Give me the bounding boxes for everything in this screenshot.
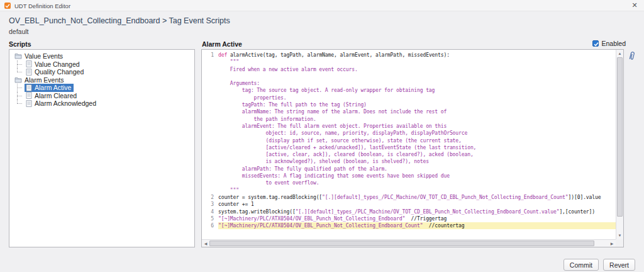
titlebar: UDT Definition Editor ✕ [0,0,644,11]
code-line[interactable]: 5"[~]Machinery/PLC/ATX0504/OV_EBL_Punch_… [202,215,616,222]
tree-connector [17,99,25,108]
scrollbar-corner [616,239,623,247]
revert-button[interactable]: Revert [603,259,635,271]
code-line[interactable] [202,73,616,80]
code-text: """ [218,187,616,194]
code-line[interactable]: [active, clear, ack]), cleared (boolean,… [202,151,616,158]
tree-item-alarm-acknowledged[interactable]: Alarm Acknowledged [9,99,194,108]
line-number [202,73,218,80]
scripts-tree[interactable]: Value EventsValue ChangedQuality Changed… [9,49,195,247]
code-line[interactable]: 3counter += 1 [202,201,616,208]
code-text [218,73,616,80]
enabled-label: Enabled [601,40,626,47]
close-button[interactable]: ✕ [630,1,639,9]
code-text: tagPath: The full path to the tag (Strin… [218,101,616,108]
tree-item-alarm-active[interactable]: Alarm Active [9,84,194,92]
tree-item-alarm-events[interactable]: Alarm Events [9,76,194,84]
tree-item-label: Value Events [25,52,63,60]
script-icon [26,60,32,67]
code-line[interactable]: """ [202,187,616,194]
line-number: 1 [202,52,218,59]
code-line[interactable]: """ [202,59,616,65]
code-line[interactable]: 2counter = system.tag.readBlocking(["[.]… [202,194,616,201]
line-number: 4 [202,208,218,215]
tree-item-value-events[interactable]: Value Events [9,52,194,60]
code-line[interactable]: tagPath: The full path to the tag (Strin… [202,101,616,108]
line-number [202,173,218,179]
line-number [202,144,218,151]
code-editor[interactable]: 1def alarmActive(tag, tagPath, alarmName… [201,49,624,247]
paperclip-icon[interactable] [627,50,637,62]
code-line[interactable]: 4system.tag.writeBlocking(["[.][default]… [202,208,616,215]
code-text: "[~]Machinery/PLC/ATX0504/OV_EBL_Punch_N… [218,215,616,222]
script-icon [26,92,32,99]
code-line[interactable]: properties. [202,94,616,101]
scroll-left-icon[interactable] [202,240,209,247]
code-line[interactable]: alarmEvent: The full alarm event object.… [202,123,616,130]
tree-item-value-changed[interactable]: Value Changed [9,60,194,69]
line-number [202,66,218,73]
code-line[interactable]: to event overflow. [202,179,616,186]
code-text: alarmName: The string name of the alarm.… [218,108,616,115]
code-line[interactable]: Arguments: [202,80,616,87]
tree-item-quality-changed[interactable]: Quality Changed [9,68,194,76]
tree-item-label: Quality Changed [35,68,84,76]
folder-icon [14,77,22,83]
window-title: UDT Definition Editor [14,3,70,9]
code-line[interactable]: Fired when a new active alarm event occu… [202,66,616,73]
line-number [202,187,218,194]
code-line[interactable]: 6"[~]Machinery/PLC/ATX0504/OV_EBL_Punch_… [202,222,616,229]
code-line[interactable]: tag: The source tag object. A read-only … [202,87,616,94]
code-text: """ [218,59,616,65]
editor-panel-title: Alarm Active [202,40,242,48]
code-text: Fired when a new active alarm event occu… [218,66,616,73]
code-text: (display path if set, source otherwise),… [218,137,616,144]
code-line[interactable]: object: id, source, name, priority, disp… [202,130,616,137]
scroll-up-icon[interactable] [616,50,623,57]
vertical-scroll-thumb[interactable] [617,57,623,217]
code-text: properties. [218,94,616,101]
script-icon [26,84,32,91]
horizontal-scrollbar[interactable] [202,239,616,247]
code-text: [active, clear, ack]), cleared (boolean,… [218,151,616,158]
commit-button[interactable]: Commit [564,259,599,271]
code-line[interactable]: missedEvents: A flag indicating that som… [202,173,616,179]
code-line[interactable]: [active/cleared + acked/unacked]), lastE… [202,144,616,151]
horizontal-scroll-thumb[interactable] [209,241,594,246]
line-number [202,87,218,94]
tree-item-label: Alarm Acknowledged [35,99,96,107]
code-text: missedEvents: A flag indicating that som… [218,173,616,179]
tree-item-label: Alarm Active [35,84,71,91]
app-logo-icon [4,3,11,9]
code-line[interactable]: the path information. [202,116,616,123]
scroll-right-icon[interactable] [608,240,616,247]
code-line[interactable]: alarmName: The string name of the alarm.… [202,108,616,115]
line-number [202,59,218,65]
code-text: Arguments: [218,80,616,87]
line-number [202,166,218,173]
scripts-panel-title: Scripts [9,40,31,48]
code-line[interactable]: 1def alarmActive(tag, tagPath, alarmName… [202,52,616,59]
line-number [202,137,218,144]
code-area[interactable]: 1def alarmActive(tag, tagPath, alarmName… [202,50,616,239]
line-number [202,151,218,158]
enabled-checkbox[interactable] [592,40,599,47]
scroll-down-icon[interactable] [616,232,623,239]
check-icon [593,41,599,47]
tree-item-label: Alarm Events [25,76,64,84]
line-number: 5 [202,215,218,222]
code-text: counter += 1 [218,201,616,208]
line-number [202,158,218,165]
code-text: tag: The source tag object. A read-only … [218,87,616,94]
code-text: def alarmActive(tag, tagPath, alarmName,… [218,52,616,59]
code-line[interactable]: alarmPath: The fully qualified path of t… [202,166,616,173]
udt-instance-name: default [9,28,29,35]
line-number [202,101,218,108]
line-number [202,179,218,186]
tree-connector [17,92,25,100]
tree-item-alarm-cleared[interactable]: Alarm Cleared [9,92,194,100]
vertical-scrollbar[interactable] [616,50,623,239]
script-icon [26,69,32,76]
code-line[interactable]: is acknowleged?), shelved (boolean, is s… [202,158,616,165]
code-line[interactable]: (display path if set, source otherwise),… [202,137,616,144]
